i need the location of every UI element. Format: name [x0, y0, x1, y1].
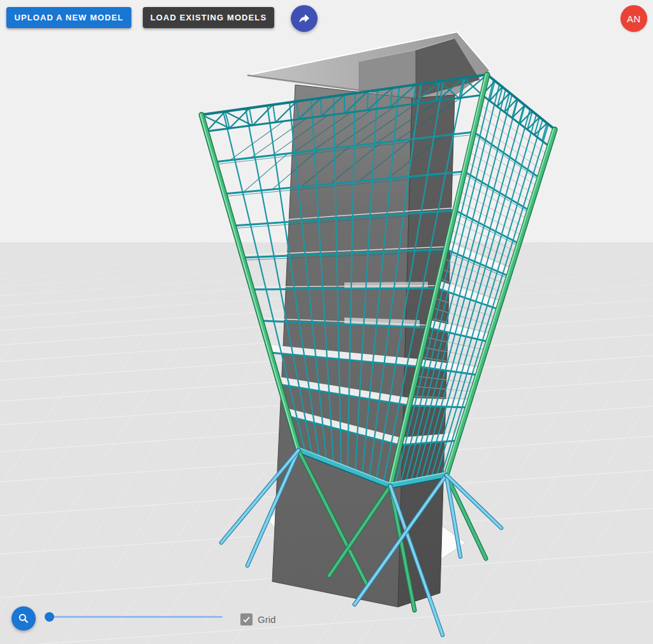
upload-model-button[interactable]: UPLOAD A NEW MODEL: [6, 7, 131, 28]
grid-checkbox-label: Grid: [258, 614, 275, 625]
zoom-slider-track[interactable]: [49, 616, 223, 618]
user-avatar[interactable]: AN: [620, 5, 647, 32]
zoom-search-button[interactable]: [11, 606, 36, 631]
zoom-slider-thumb[interactable]: [45, 612, 54, 622]
model-viewer-app: UPLOAD A NEW MODEL LOAD EXISTING MODELS …: [0, 0, 653, 644]
checkmark-icon: [242, 615, 251, 624]
load-existing-models-button[interactable]: LOAD EXISTING MODELS: [143, 7, 274, 28]
share-forward-arrow-icon: [297, 11, 311, 26]
share-button[interactable]: [291, 5, 318, 32]
grid-checkbox[interactable]: [240, 613, 253, 626]
model-viewport-3d[interactable]: [0, 0, 653, 644]
magnifier-icon: [17, 612, 30, 625]
